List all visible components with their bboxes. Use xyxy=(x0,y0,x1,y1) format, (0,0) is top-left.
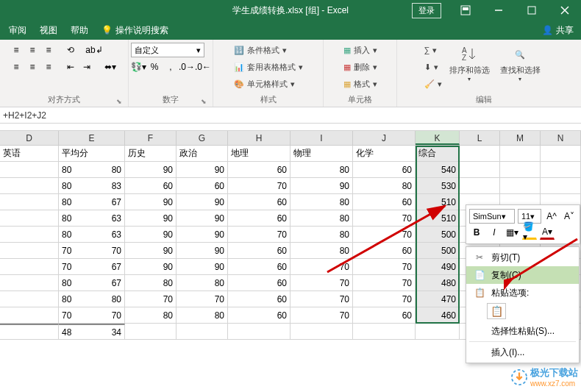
accounting-format-button[interactable]: 💱▾ xyxy=(131,60,146,74)
cell[interactable]: 530 xyxy=(416,178,460,194)
increase-font-button[interactable]: A^ xyxy=(544,209,559,224)
cell[interactable]: 70 xyxy=(177,291,228,307)
cell[interactable]: 80 xyxy=(125,307,177,324)
cell[interactable] xyxy=(0,291,59,307)
cell[interactable] xyxy=(0,227,59,243)
cell[interactable]: 60 xyxy=(177,178,228,194)
cell[interactable]: 8083 xyxy=(59,178,125,194)
cell[interactable]: 70 xyxy=(353,210,416,227)
cell[interactable]: 90 xyxy=(125,243,177,259)
merge-center-button[interactable]: ⬌▾ xyxy=(101,60,119,74)
cell[interactable] xyxy=(177,324,228,340)
cell[interactable]: 80 xyxy=(290,227,353,243)
cell[interactable]: 8067 xyxy=(59,194,125,210)
cell[interactable]: 80 xyxy=(290,162,353,178)
cell[interactable] xyxy=(0,162,59,178)
cell[interactable]: 8063 xyxy=(59,227,125,243)
cell[interactable]: 80 xyxy=(353,178,416,194)
increase-decimal-button[interactable]: .0→ xyxy=(179,60,194,74)
decrease-indent-button[interactable]: ⇤ xyxy=(63,60,78,74)
cell[interactable]: 60 xyxy=(228,194,290,210)
cell[interactable] xyxy=(125,324,177,340)
cell[interactable]: 90 xyxy=(290,178,353,194)
cell[interactable] xyxy=(0,324,59,340)
decrease-decimal-button[interactable]: .0← xyxy=(196,60,210,74)
cell[interactable]: 90 xyxy=(125,259,177,275)
maximize-button[interactable] xyxy=(515,0,548,21)
header-cell[interactable]: 英语 xyxy=(0,146,59,162)
minimize-button[interactable] xyxy=(482,0,515,21)
col-header-D[interactable]: D xyxy=(0,131,59,145)
mini-font-combo[interactable]: SimSun▾ xyxy=(469,209,515,224)
cell[interactable]: 470 xyxy=(416,291,460,307)
percent-format-button[interactable]: % xyxy=(147,60,162,74)
cell[interactable]: 60 xyxy=(228,291,290,307)
cell[interactable]: 70 xyxy=(290,291,353,307)
header-cell[interactable]: 地理 xyxy=(228,146,290,162)
cell[interactable] xyxy=(0,210,59,227)
autosum-button[interactable]: ∑ ▾ xyxy=(424,43,438,57)
cell[interactable]: 500 xyxy=(416,227,460,243)
tell-me[interactable]: 💡 操作说明搜索 xyxy=(101,24,168,37)
find-select-button[interactable]: 🔍 查找和选择 ▾ xyxy=(497,43,543,84)
cell[interactable]: 80 xyxy=(290,194,353,210)
wrap-text-button[interactable]: ab↲ xyxy=(85,43,103,57)
cell[interactable]: 510 xyxy=(416,194,460,210)
menu-copy[interactable]: 📄 复制(C) xyxy=(466,266,579,284)
header-cell[interactable] xyxy=(460,146,500,162)
share-button[interactable]: 👤 共享 xyxy=(542,24,574,37)
cell[interactable]: 70 xyxy=(353,259,416,275)
tab-review[interactable]: 审阅 xyxy=(9,24,26,37)
cell[interactable]: 490 xyxy=(416,259,460,275)
header-cell[interactable]: 政治 xyxy=(177,146,228,162)
tab-view[interactable]: 视图 xyxy=(40,24,57,37)
col-header-I[interactable]: I xyxy=(290,131,353,145)
cell[interactable]: 80 xyxy=(177,275,228,291)
col-header-H[interactable]: H xyxy=(228,131,290,145)
cell[interactable]: 60 xyxy=(228,210,290,227)
cell[interactable]: 70 xyxy=(353,275,416,291)
cell[interactable]: 90 xyxy=(177,243,228,259)
cell[interactable]: 460 xyxy=(416,307,460,324)
alignment-expand-icon[interactable]: ⬊ xyxy=(116,98,122,105)
italic-button[interactable]: I xyxy=(487,225,502,240)
tab-help[interactable]: 帮助 xyxy=(71,24,88,37)
cell[interactable]: 60 xyxy=(353,307,416,324)
cell[interactable]: 70 xyxy=(353,227,416,243)
sort-filter-button[interactable]: AZ 排序和筛选 ▾ xyxy=(446,43,493,84)
cell[interactable] xyxy=(0,178,59,194)
cell[interactable]: 60 xyxy=(353,243,416,259)
increase-indent-button[interactable]: ⇥ xyxy=(79,60,94,74)
cell[interactable]: 90 xyxy=(177,210,228,227)
cell[interactable] xyxy=(228,324,290,340)
cell[interactable]: 90 xyxy=(177,194,228,210)
fill-button[interactable]: ⬇ ▾ xyxy=(424,60,438,74)
cell[interactable]: 80 xyxy=(177,307,228,324)
header-cell[interactable] xyxy=(500,146,541,162)
font-color-button[interactable]: A▾ xyxy=(540,225,555,240)
col-header-L[interactable]: L xyxy=(460,131,500,145)
cell[interactable]: 70 xyxy=(353,291,416,307)
formula-bar[interactable]: +H2+I2+J2 xyxy=(0,107,581,124)
menu-cut[interactable]: ✂ 剪切(T) xyxy=(466,249,579,266)
align-left-button[interactable]: ≡ xyxy=(9,60,24,74)
cell[interactable]: 90 xyxy=(125,194,177,210)
cell[interactable] xyxy=(0,259,59,275)
insert-cells-button[interactable]: ▦插入 ▾ xyxy=(343,43,377,57)
close-button[interactable] xyxy=(548,0,581,21)
cell[interactable]: 70 xyxy=(228,178,290,194)
cell[interactable]: 80 xyxy=(290,243,353,259)
cell[interactable]: 8067 xyxy=(59,275,125,291)
decrease-font-button[interactable]: A˅ xyxy=(562,209,577,224)
cell[interactable] xyxy=(416,324,460,340)
cell[interactable]: 60 xyxy=(228,307,290,324)
header-cell[interactable] xyxy=(541,146,581,162)
cell[interactable]: 90 xyxy=(125,210,177,227)
cell[interactable]: 90 xyxy=(177,227,228,243)
align-top-button[interactable]: ≡ xyxy=(9,43,24,57)
ribbon-display-options[interactable] xyxy=(449,0,482,21)
comma-format-button[interactable]: , xyxy=(163,60,178,74)
format-as-table-button[interactable]: 📊套用表格格式 ▾ xyxy=(234,60,303,74)
cell[interactable] xyxy=(460,162,500,178)
cell[interactable] xyxy=(460,178,500,194)
